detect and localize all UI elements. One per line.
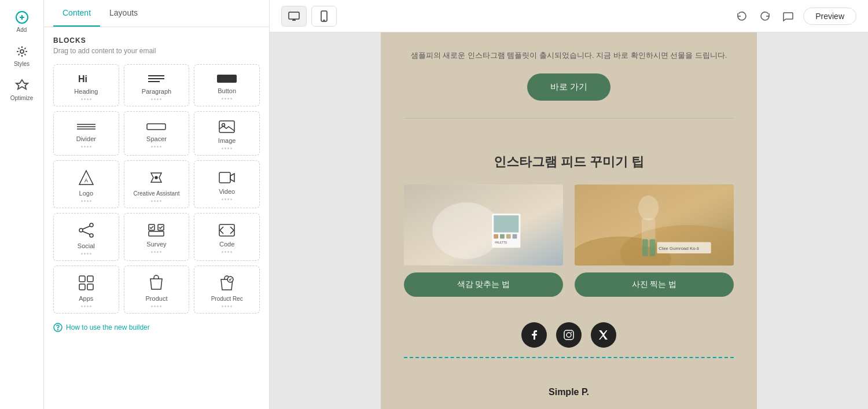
svg-text:PALETTE: PALETTE — [495, 241, 507, 244]
svg-point-19 — [79, 229, 83, 232]
code-icon — [218, 223, 236, 237]
mobile-icon — [321, 10, 328, 22]
block-social[interactable]: Social — [53, 213, 119, 261]
image-icon — [218, 120, 236, 134]
sidebar-item-styles[interactable]: Styles — [3, 40, 41, 72]
sidebar-item-optimize-label: Optimize — [10, 95, 33, 101]
svg-point-17 — [155, 176, 157, 179]
email-mid-section: 인스타그램 피드 꾸미기 팁 — [381, 148, 757, 375]
svg-point-21 — [90, 234, 93, 237]
svg-rect-45 — [500, 234, 505, 239]
svg-point-52 — [638, 196, 659, 220]
block-apps-label: Apps — [79, 295, 93, 302]
block-product-label: Product — [146, 295, 168, 302]
svg-point-41 — [432, 202, 501, 259]
block-image-label: Image — [218, 137, 236, 144]
block-heading-label: Heading — [74, 88, 98, 95]
panel-tabs: Content Layouts — [44, 0, 269, 27]
email-body: 샘플피의 새로운 인스타그램 템플릿이 출시되었습니다. 지금 바로 확인하시면… — [381, 32, 757, 409]
block-divider[interactable]: Divider — [53, 111, 119, 156]
redo-button[interactable] — [757, 8, 773, 24]
block-divider-label: Divider — [76, 135, 96, 142]
styles-icon — [15, 45, 29, 58]
svg-rect-18 — [219, 172, 230, 183]
block-survey[interactable]: Survey — [124, 213, 190, 261]
desktop-view-button[interactable] — [281, 6, 307, 27]
svg-point-59 — [567, 333, 571, 337]
svg-rect-44 — [494, 234, 498, 239]
block-logo-label: Logo — [79, 190, 93, 197]
block-apps[interactable]: Apps — [53, 266, 119, 314]
email-footer: Simple P. — [381, 375, 757, 409]
comment-icon — [782, 10, 794, 22]
sidebar: Add Styles Optimize — [0, 0, 44, 409]
tab-layouts[interactable]: Layouts — [100, 0, 147, 27]
divider-icon — [76, 121, 97, 132]
email-images-row: PALETTE 색감 맞추는 법 — [404, 185, 734, 297]
email-btn-2[interactable]: 사진 찍는 법 — [575, 272, 734, 297]
button-icon — [216, 73, 237, 84]
svg-point-20 — [90, 223, 93, 227]
facebook-icon — [528, 329, 540, 341]
x-twitter-icon — [598, 330, 609, 340]
undo-button[interactable] — [734, 8, 750, 24]
svg-rect-58 — [564, 330, 573, 340]
svg-rect-30 — [79, 284, 85, 290]
block-button[interactable]: Button — [194, 64, 260, 106]
svg-rect-43 — [494, 215, 518, 232]
device-switcher — [281, 6, 337, 27]
help-link-label: How to use the new builder — [66, 323, 150, 331]
svg-text:A: A — [84, 178, 88, 183]
desktop-icon — [288, 12, 300, 21]
comment-button[interactable] — [780, 8, 796, 24]
sidebar-item-add[interactable]: Add — [3, 6, 41, 38]
email-image-2-svg: Ctee Gumroad Ko-li — [575, 185, 734, 266]
block-video[interactable]: Video — [194, 160, 260, 208]
optimize-icon — [15, 79, 29, 93]
email-section-title: 인스타그램 피드 꾸미기 팁 — [404, 153, 734, 171]
svg-rect-26 — [149, 231, 164, 236]
svg-rect-13 — [219, 121, 234, 132]
instagram-social-button[interactable] — [556, 322, 582, 348]
tab-content[interactable]: Content — [53, 0, 100, 27]
svg-rect-31 — [87, 284, 93, 290]
block-product-rec[interactable]: Product Rec — [194, 266, 260, 314]
block-heading[interactable]: Hi Heading — [53, 64, 119, 106]
block-product[interactable]: Product — [124, 266, 190, 314]
svg-rect-35 — [289, 12, 299, 19]
block-creative-assistant[interactable]: Creative Assistant — [124, 160, 190, 208]
block-image[interactable]: Image — [194, 111, 260, 156]
social-icon — [78, 222, 95, 239]
mobile-view-button[interactable] — [311, 6, 337, 27]
help-icon — [53, 323, 62, 332]
instagram-icon — [563, 329, 575, 341]
svg-text:Ctee Gumroad Ko-li: Ctee Gumroad Ko-li — [659, 246, 699, 251]
preview-button[interactable]: Preview — [803, 8, 856, 25]
spacer-icon — [146, 121, 167, 132]
email-cta-section: 샘플피의 새로운 인스타그램 템플릿이 출시되었습니다. 지금 바로 확인하시면… — [381, 32, 757, 148]
email-footer-brand: Simple P. — [392, 387, 745, 397]
svg-line-23 — [83, 231, 90, 234]
undo-icon — [736, 10, 748, 22]
help-link[interactable]: How to use the new builder — [53, 318, 260, 337]
top-bar-actions: Preview — [734, 8, 856, 25]
block-code[interactable]: Code — [194, 213, 260, 261]
x-twitter-social-button[interactable] — [591, 322, 616, 348]
sidebar-item-add-label: Add — [17, 27, 27, 33]
top-bar: Preview — [270, 0, 868, 32]
block-logo[interactable]: A Logo — [53, 160, 119, 208]
email-intro-text: 샘플피의 새로운 인스타그램 템플릿이 출시되었습니다. 지금 바로 확인하시면… — [404, 50, 734, 62]
svg-rect-55 — [650, 239, 656, 256]
email-social-row — [404, 308, 734, 358]
email-cta-button[interactable]: 바로 가기 — [527, 73, 610, 101]
svg-point-60 — [571, 331, 572, 333]
blocks-subtitle: Drag to add content to your email — [53, 47, 260, 55]
sidebar-item-optimize[interactable]: Optimize — [3, 74, 41, 106]
email-btn-1[interactable]: 색감 맞추는 법 — [404, 272, 563, 297]
block-spacer[interactable]: Spacer — [124, 111, 190, 156]
main-area: Preview 샘플피의 새로운 인스타그램 템플릿이 출시되었습니다. 지금 … — [270, 0, 868, 409]
block-product-rec-label: Product Rec — [211, 296, 243, 302]
facebook-social-button[interactable] — [521, 322, 547, 348]
block-paragraph[interactable]: Paragraph — [124, 64, 190, 106]
product-rec-icon — [219, 275, 235, 292]
